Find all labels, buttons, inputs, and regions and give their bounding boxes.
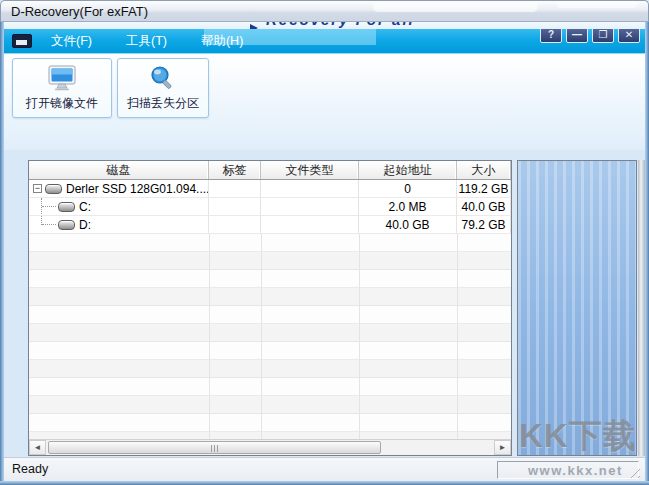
watermark-ghost <box>373 2 538 12</box>
drive-icon <box>58 220 75 230</box>
cell-start: 0 <box>359 180 457 197</box>
promo-banner-clipped: Recovery For all <box>4 22 645 29</box>
cell-start: 2.0 MB <box>359 198 457 215</box>
app-window: D-Recovery(For exFAT) Recovery For all 文… <box>0 0 649 485</box>
cell-size: 40.0 GB <box>457 198 511 215</box>
drive-icon <box>45 184 62 194</box>
column-header-disk[interactable]: 磁盘 <box>29 161 209 179</box>
app-icon[interactable] <box>12 34 32 48</box>
tree-collapse-icon[interactable]: − <box>33 184 42 193</box>
status-text: Ready <box>12 458 48 481</box>
preview-panel <box>517 160 637 456</box>
watermark-ghost <box>557 1 637 8</box>
menu-tools[interactable]: 工具(T) <box>113 29 180 53</box>
partition-name: D: <box>79 218 91 232</box>
title-bar[interactable]: D-Recovery(For exFAT) <box>0 0 649 22</box>
cell-label <box>209 216 261 233</box>
scroll-left-icon[interactable]: ◄ <box>29 440 46 455</box>
monitor-icon <box>46 64 78 92</box>
menu-help[interactable]: 帮助(H) <box>188 29 256 53</box>
table-row-partition-c[interactable]: C: 2.0 MB 40.0 GB <box>29 198 511 216</box>
column-header-label[interactable]: 标签 <box>209 161 261 179</box>
table-row-disk[interactable]: − Derler SSD 128G01.094.... 0 119.2 GB <box>29 180 511 198</box>
cell-filetype <box>261 180 359 197</box>
scroll-right-icon[interactable]: ► <box>494 440 511 455</box>
cell-label <box>209 180 261 197</box>
cell-label <box>209 198 261 215</box>
magnifier-icon <box>147 64 179 92</box>
window-border-bottom <box>0 481 649 485</box>
window-border-right <box>645 22 649 481</box>
watermark-logo: KK下载 <box>519 414 645 459</box>
cell-size: 79.2 GB <box>457 216 511 233</box>
cell-filetype <box>261 216 359 233</box>
partition-table: 磁盘 标签 文件类型 起始地址 大小 − Derler SSD 128G01.0… <box>28 160 512 456</box>
close-button[interactable]: ✕ <box>618 29 640 43</box>
app-client-area: Recovery For all 文件(F) 工具(T) 帮助(H) ? — ❐… <box>4 22 645 481</box>
tree-branch-line <box>41 198 56 215</box>
column-header-filetype[interactable]: 文件类型 <box>261 161 359 179</box>
app-icon-bar <box>16 40 27 45</box>
table-empty-area <box>29 234 511 439</box>
table-header: 磁盘 标签 文件类型 起始地址 大小 <box>29 161 511 180</box>
toolbar: 打开镜像文件 扫描丢失分区 <box>4 53 645 150</box>
scan-lost-partition-button[interactable]: 扫描丢失分区 <box>117 58 209 118</box>
table-row-partition-d[interactable]: D: 40.0 GB 79.2 GB <box>29 216 511 234</box>
banner-text: Recovery For all <box>266 22 415 28</box>
drive-icon <box>58 202 75 212</box>
scan-lost-partition-label: 扫描丢失分区 <box>127 95 199 112</box>
scrollbar-grip-icon <box>210 445 219 452</box>
open-image-file-label: 打开镜像文件 <box>26 95 98 112</box>
scrollbar-thumb[interactable] <box>48 441 381 454</box>
cell-filetype <box>261 198 359 215</box>
column-header-start[interactable]: 起始地址 <box>359 161 457 179</box>
disk-name: Derler SSD 128G01.094.... <box>66 182 209 196</box>
maximize-button[interactable]: ❐ <box>592 29 614 43</box>
cell-size: 119.2 GB <box>457 180 511 197</box>
help-button[interactable]: ? <box>540 29 562 43</box>
column-header-size[interactable]: 大小 <box>457 161 511 179</box>
menu-file[interactable]: 文件(F) <box>38 29 105 53</box>
cell-start: 40.0 GB <box>359 216 457 233</box>
window-title: D-Recovery(For exFAT) <box>11 1 148 22</box>
tree-branch-line <box>41 216 56 225</box>
horizontal-scrollbar[interactable]: ◄ ► <box>29 439 511 455</box>
watermark-site-url: www.kkx.net <box>528 463 623 478</box>
minimize-button[interactable]: — <box>566 29 588 43</box>
open-image-file-button[interactable]: 打开镜像文件 <box>12 58 112 118</box>
vertical-scrollbar[interactable] <box>638 160 645 456</box>
partition-name: C: <box>79 200 91 214</box>
menu-bar: 文件(F) 工具(T) 帮助(H) ? — ❐ ✕ <box>4 29 645 53</box>
